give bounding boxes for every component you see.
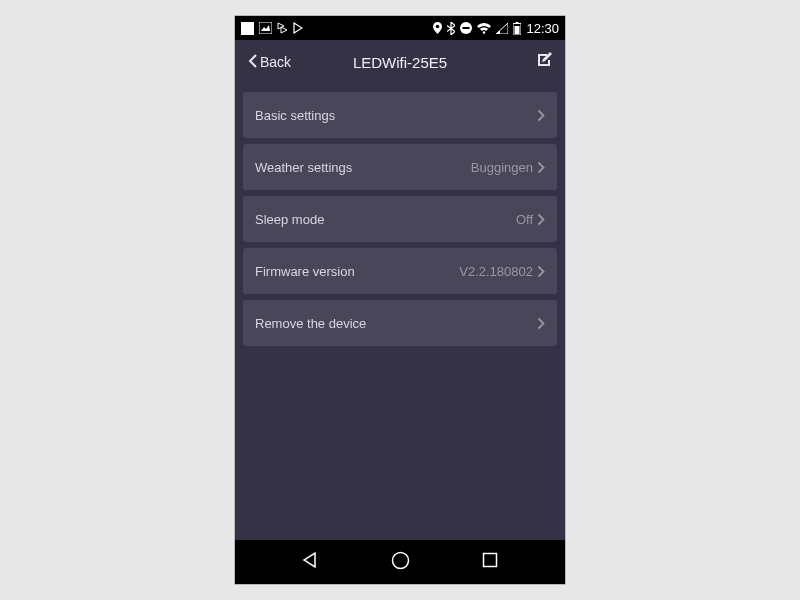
back-label: Back — [260, 54, 291, 70]
item-label: Basic settings — [255, 108, 335, 123]
page-title: LEDWifi-25E5 — [353, 54, 447, 71]
item-label: Weather settings — [255, 160, 352, 175]
android-nav-bar — [235, 540, 565, 584]
svg-rect-17 — [484, 554, 497, 567]
svg-point-6 — [436, 25, 440, 29]
item-value: Off — [516, 212, 533, 227]
status-left — [241, 22, 303, 35]
battery-icon — [513, 22, 521, 35]
edit-button[interactable] — [535, 51, 553, 73]
circle-home-icon — [391, 551, 410, 574]
svg-marker-4 — [281, 27, 287, 33]
sleep-mode-item[interactable]: Sleep mode Off — [243, 196, 557, 242]
item-right — [533, 317, 545, 330]
phone-frame: 12:30 Back LEDWifi-25E5 Basic settings — [235, 16, 565, 584]
status-time: 12:30 — [526, 21, 559, 36]
play-icon-2 — [293, 22, 303, 34]
status-bar: 12:30 — [235, 16, 565, 40]
chevron-right-icon — [537, 317, 545, 330]
settings-list: Basic settings Weather settings Bugginge… — [235, 84, 565, 540]
edit-icon — [535, 51, 553, 73]
svg-rect-8 — [463, 27, 470, 29]
firmware-version-item[interactable]: Firmware version V2.2.180802 — [243, 248, 557, 294]
chevron-right-icon — [537, 161, 545, 174]
nav-home-button[interactable] — [380, 542, 420, 582]
item-right: Buggingen — [471, 160, 545, 175]
nav-back-button[interactable] — [290, 542, 330, 582]
svg-rect-1 — [259, 22, 272, 34]
item-label: Sleep mode — [255, 212, 324, 227]
nav-recent-button[interactable] — [470, 542, 510, 582]
svg-rect-0 — [241, 22, 254, 35]
status-right: 12:30 — [433, 21, 559, 36]
remove-device-item[interactable]: Remove the device — [243, 300, 557, 346]
chevron-left-icon — [247, 53, 258, 72]
svg-marker-2 — [261, 25, 270, 31]
image-icon — [259, 22, 272, 34]
signal-icon — [496, 23, 508, 34]
svg-point-9 — [483, 31, 485, 33]
item-value: V2.2.180802 — [459, 264, 533, 279]
svg-marker-5 — [294, 23, 302, 33]
bluetooth-icon — [447, 22, 455, 35]
svg-point-16 — [392, 552, 408, 568]
dnd-icon — [460, 22, 472, 34]
basic-settings-item[interactable]: Basic settings — [243, 92, 557, 138]
chevron-right-icon — [537, 213, 545, 226]
item-value: Buggingen — [471, 160, 533, 175]
back-button[interactable]: Back — [247, 53, 291, 72]
square-icon — [241, 22, 254, 35]
location-icon — [433, 22, 442, 34]
svg-rect-14 — [515, 26, 520, 34]
play-icon-1 — [277, 22, 288, 34]
weather-settings-item[interactable]: Weather settings Buggingen — [243, 144, 557, 190]
app-header: Back LEDWifi-25E5 — [235, 40, 565, 84]
item-label: Remove the device — [255, 316, 366, 331]
item-right — [533, 109, 545, 122]
svg-marker-15 — [304, 553, 315, 567]
chevron-right-icon — [537, 265, 545, 278]
item-right: V2.2.180802 — [459, 264, 545, 279]
item-label: Firmware version — [255, 264, 355, 279]
triangle-back-icon — [301, 551, 319, 573]
chevron-right-icon — [537, 109, 545, 122]
square-recent-icon — [482, 552, 498, 572]
wifi-icon — [477, 23, 491, 34]
svg-marker-10 — [496, 23, 508, 34]
item-right: Off — [516, 212, 545, 227]
